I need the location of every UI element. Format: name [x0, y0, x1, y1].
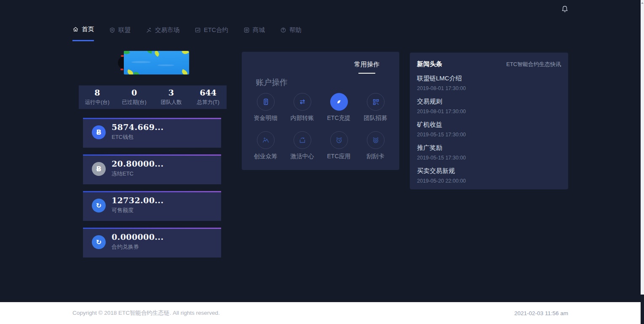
stat-team-size: 3 团队人数 — [153, 89, 190, 106]
news-item[interactable]: 交易规则 2019-08-01 17:30:00 — [417, 98, 561, 114]
news-title: 新闻头条 — [417, 60, 442, 68]
news-item-title: 联盟链LMC介绍 — [417, 74, 561, 82]
card-frozen-etc[interactable]: Ƀ 20.80000... 冻结ETC — [83, 154, 221, 184]
leaf-decoration — [153, 51, 160, 57]
news-item-date: 2019-08-01 17:30:00 — [417, 85, 561, 91]
crowdfunding-mountain-icon — [257, 131, 275, 149]
card-sellable-quota[interactable]: ↻ 12732.00... 可售额度 — [83, 191, 221, 221]
action-etc-app[interactable]: ETC应用 — [327, 131, 351, 160]
leaf-decoration — [124, 51, 130, 55]
leaf-decoration — [127, 69, 134, 74]
home-icon — [72, 26, 79, 32]
news-item[interactable]: 推广奖励 2019-05-15 17:30:00 — [417, 144, 561, 161]
main-nav: 首页 联盟 交易市场 ETC合约 商城 — [72, 25, 302, 41]
copyright-text: Copyright © 2018 ETC智能合约生态链. All rights … — [72, 309, 220, 317]
card-label: 可售额度 — [112, 207, 163, 214]
news-item-title: 交易规则 — [417, 98, 561, 106]
nav-label: ETC合约 — [204, 26, 228, 34]
footer: Copyright © 2018 ETC智能合约生态链. All rights … — [0, 302, 644, 324]
news-item-date: 2019-05-20 22:00:00 — [417, 178, 561, 184]
action-label: 刮刮卡 — [367, 153, 385, 160]
contract-chart-icon — [195, 27, 201, 33]
tab-common-operations[interactable]: 常用操作 — [354, 61, 379, 74]
card-value: 12732.00... — [112, 197, 163, 204]
activate-box-icon — [294, 131, 311, 149]
stat-value: 8 — [79, 89, 116, 97]
stat-label: 总算力(T) — [190, 99, 227, 106]
banner-red-mark — [120, 69, 123, 70]
action-crowdfunding[interactable]: 创业众筹 — [254, 131, 278, 160]
stat-label: 运行中(台) — [79, 99, 116, 106]
stat-value: 644 — [190, 89, 227, 97]
news-item[interactable]: 买卖交易新规 2019-05-20 22:00:00 — [417, 167, 561, 184]
news-panel: 新闻头条 ETC智能合约生态快讯 联盟链LMC介绍 2019-08-01 17:… — [410, 53, 568, 189]
action-label: ETC充提 — [327, 114, 351, 122]
action-internal-transfer[interactable]: 内部转账 — [291, 93, 314, 122]
leaf-decoration — [182, 51, 189, 56]
footer-datetime: 2021-02-03 11:56 am — [514, 310, 568, 316]
operations-grid: 资金明细 内部转账 ETC充提 团队招募 — [247, 93, 394, 160]
stat-value: 3 — [153, 89, 190, 97]
operations-panel: 常用操作 账户操作 资金明细 内部转账 ETC充提 — [242, 52, 399, 170]
action-activation-center[interactable]: 激活中心 — [291, 131, 314, 160]
news-item-title: 买卖交易新规 — [417, 167, 561, 175]
wallet-cards: Ƀ 5874.669... ETC钱包 Ƀ 20.80000... 冻结ETC … — [83, 117, 221, 264]
exchange-coin-icon: ↻ — [92, 235, 106, 249]
card-value: 20.80000... — [112, 160, 163, 168]
action-label: 内部转账 — [291, 114, 314, 122]
nav-item-mall[interactable]: 商城 — [243, 25, 265, 41]
exchange-coin-icon: ↻ — [92, 199, 106, 212]
news-item-title: 矿机收益 — [417, 121, 561, 129]
news-item[interactable]: 联盟链LMC介绍 2019-08-01 17:30:00 — [417, 74, 561, 91]
account-operations-title: 账户操作 — [256, 77, 288, 88]
help-circle-icon — [280, 27, 286, 33]
store-icon — [243, 27, 250, 33]
action-funds-detail[interactable]: 资金明细 — [254, 93, 278, 122]
card-label: ETC钱包 — [112, 133, 163, 141]
news-item-date: 2019-08-01 17:30:00 — [417, 109, 561, 114]
leaf-decoration — [181, 69, 188, 74]
promo-banner[interactable] — [117, 51, 189, 74]
dashboard-screen: 首页 联盟 交易市场 ETC合约 商城 — [0, 0, 644, 324]
stat-label: 团队人数 — [153, 99, 190, 106]
scratch-dial-icon — [367, 131, 385, 149]
page-scrollbar[interactable] — [641, 0, 644, 324]
nav-label: 交易市场 — [155, 26, 179, 34]
card-value: 0.000000... — [112, 233, 163, 241]
stat-label: 已过期(台) — [116, 99, 153, 106]
funds-ledger-icon — [257, 93, 275, 111]
banner-image — [124, 51, 189, 74]
nav-item-help[interactable]: 帮助 — [280, 25, 302, 41]
bell-icon[interactable] — [561, 5, 569, 13]
nav-label: 联盟 — [118, 26, 131, 34]
nav-item-trading-market[interactable]: 交易市场 — [146, 25, 179, 41]
nav-item-home[interactable]: 首页 — [72, 25, 94, 41]
nav-label: 首页 — [82, 25, 94, 33]
qr-code-icon — [367, 93, 385, 111]
card-etc-wallet[interactable]: Ƀ 5874.669... ETC钱包 — [83, 118, 221, 148]
transfer-arrows-icon — [294, 93, 311, 111]
stat-total-hashrate: 644 总算力(T) — [190, 89, 227, 106]
leaf-decoration — [134, 72, 139, 74]
action-label: ETC应用 — [327, 153, 351, 160]
news-item[interactable]: 矿机收益 2019-05-15 17:30:00 — [417, 121, 561, 138]
nav-item-alliance[interactable]: 联盟 — [109, 25, 131, 41]
nav-label: 商城 — [253, 26, 265, 34]
action-label: 团队招募 — [364, 114, 387, 122]
scrollbar-up-arrow-icon[interactable] — [641, 2, 644, 4]
action-label: 创业众筹 — [254, 153, 278, 160]
nav-item-etc-contract[interactable]: ETC合约 — [195, 25, 228, 41]
action-etc-deposit-withdraw[interactable]: ETC充提 — [327, 93, 351, 122]
leaf-decoration — [147, 51, 152, 53]
stat-value: 0 — [116, 89, 153, 97]
action-scratch-card[interactable]: 刮刮卡 — [367, 131, 385, 160]
bitcoin-coin-icon: Ƀ — [92, 125, 106, 139]
scrollbar-thumb[interactable] — [641, 0, 644, 295]
action-label: 激活中心 — [291, 153, 314, 160]
trader-icon — [146, 27, 152, 33]
card-value: 5874.669... — [112, 123, 163, 131]
action-team-recruit[interactable]: 团队招募 — [364, 93, 387, 122]
action-label: 资金明细 — [254, 114, 278, 122]
card-contract-voucher[interactable]: ↻ 0.000000... 合约兑换券 — [83, 228, 221, 258]
news-header: 新闻头条 ETC智能合约生态快讯 — [417, 60, 561, 68]
